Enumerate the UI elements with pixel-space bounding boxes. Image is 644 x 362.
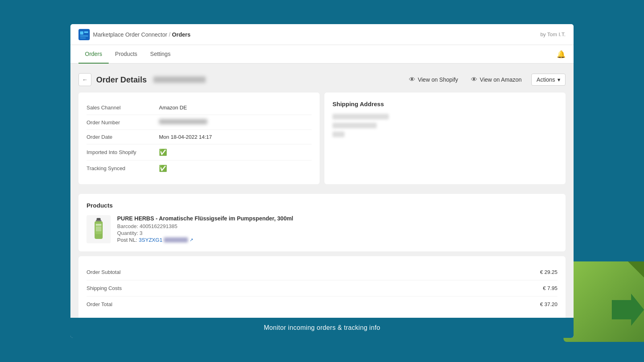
order-date-label: Order Date — [87, 134, 159, 140]
app-logo — [78, 29, 90, 40]
total-row: Order Total € 37.20 — [87, 296, 557, 312]
actions-button[interactable]: Actions ▾ — [531, 74, 566, 86]
quantity-value: 3 — [140, 230, 142, 236]
order-totals-card: Order Subtotal € 29.25 Shipping Costs € … — [78, 256, 566, 318]
amazon-icon: 👁 — [471, 76, 477, 83]
tracking-row: Tracking Synced ✅ — [87, 160, 312, 176]
addr-line-2 — [332, 123, 377, 128]
nav-tabs: Orders Products Settings 🔔 — [70, 45, 574, 64]
products-card: Products PURE HERBS - Aromatische Flüssi… — [78, 194, 566, 251]
imported-row: Imported Into Shopify ✅ — [87, 144, 312, 160]
tab-orders[interactable]: Orders — [78, 45, 109, 64]
order-totals: Order Subtotal € 29.25 Shipping Costs € … — [87, 264, 557, 312]
page-header-left: ← Order Details — [78, 73, 206, 86]
svg-rect-1 — [80, 31, 83, 35]
page-title-text: Order Details — [96, 75, 147, 84]
back-button[interactable]: ← — [78, 73, 91, 86]
footer-text: Monitor incoming orders & tracking info — [264, 324, 380, 331]
by-label: by Tom I.T. — [540, 31, 566, 37]
svg-rect-6 — [96, 220, 101, 221]
view-amazon-label: View on Amazon — [480, 76, 522, 83]
breadcrumb-current: Orders — [172, 31, 190, 38]
tracking-label: Tracking Synced — [87, 165, 159, 171]
sales-channel-value: Amazon DE — [159, 105, 312, 111]
total-label: Order Total — [87, 301, 112, 307]
order-number-row: Order Number — [87, 115, 312, 130]
svg-rect-3 — [80, 35, 88, 37]
products-section-title: Products — [87, 202, 557, 209]
sales-channel-label: Sales Channel — [87, 105, 159, 111]
tracking-value: ✅ — [159, 165, 312, 172]
quantity-label: Quantity: — [117, 230, 138, 236]
svg-rect-2 — [84, 31, 88, 33]
addr-line-3 — [332, 132, 345, 137]
order-date-row: Order Date Mon 18-04-2022 14:17 — [87, 130, 312, 144]
tab-settings[interactable]: Settings — [144, 45, 177, 64]
product-info: PURE HERBS - Aromatische Flüssigseife im… — [117, 215, 557, 243]
top-bar-left: Marketplace Order Connector / Orders — [78, 29, 190, 40]
post-label: Post NL: — [117, 237, 137, 243]
subtotal-value: € 29.25 — [540, 269, 557, 275]
tracking-blur — [164, 237, 188, 243]
view-shopify-label: View on Shopify — [418, 76, 458, 83]
product-name: PURE HERBS - Aromatische Flüssigseife im… — [117, 215, 557, 222]
page-header-right: 👁 View on Shopify 👁 View on Amazon Actio… — [406, 74, 566, 86]
page-header: ← Order Details 👁 View on Shopify 👁 View… — [78, 73, 566, 86]
subtotal-label: Order Subtotal — [87, 269, 121, 275]
tab-settings-label: Settings — [150, 51, 171, 57]
order-number-label: Order Number — [87, 119, 159, 125]
page-content: ← Order Details 👁 View on Shopify 👁 View… — [70, 64, 574, 318]
imported-check-icon: ✅ — [159, 149, 167, 156]
tab-orders-label: Orders — [85, 51, 102, 57]
total-value: € 37.20 — [540, 301, 557, 307]
breadcrumb-sep: / — [169, 31, 170, 38]
view-shopify-button[interactable]: 👁 View on Shopify — [406, 74, 461, 85]
page-title: Order Details — [96, 75, 206, 84]
sales-channel-row: Sales Channel Amazon DE — [87, 101, 312, 115]
shipping-cost-row: Shipping Costs € 7.95 — [87, 280, 557, 296]
app-window: Marketplace Order Connector / Orders by … — [70, 24, 574, 338]
order-info-table: Sales Channel Amazon DE Order Number Ord… — [87, 101, 312, 176]
tracking-check-icon: ✅ — [159, 165, 167, 172]
footer-bar: Monitor incoming orders & tracking info — [70, 318, 574, 338]
order-info-card: Sales Channel Amazon DE Order Number Ord… — [78, 93, 320, 184]
actions-label: Actions — [537, 76, 555, 83]
product-quantity: Quantity: 3 — [117, 230, 557, 236]
order-date-value: Mon 18-04-2022 14:17 — [159, 134, 312, 140]
product-item: PURE HERBS - Aromatische Flüssigseife im… — [87, 215, 557, 243]
tab-products-label: Products — [115, 51, 137, 57]
shopify-icon: 👁 — [409, 76, 415, 83]
top-bar: Marketplace Order Connector / Orders by … — [70, 24, 574, 45]
order-number-blurred — [153, 76, 206, 83]
tab-products[interactable]: Products — [109, 45, 144, 64]
product-tracking: Post NL: 3SYZXG1 ↗ — [117, 237, 557, 243]
barcode-value: 4005162291385 — [140, 223, 178, 229]
product-image — [87, 215, 111, 243]
imported-value: ✅ — [159, 148, 312, 156]
actions-chevron-icon: ▾ — [557, 76, 560, 83]
shipping-address-title: Shipping Address — [332, 101, 557, 107]
subtotal-row: Order Subtotal € 29.25 — [87, 264, 557, 280]
view-amazon-button[interactable]: 👁 View on Amazon — [468, 74, 525, 85]
external-link-icon: ↗ — [190, 237, 193, 243]
card-fold — [628, 261, 644, 278]
tracking-link[interactable]: 3SYZXG1 — [139, 237, 163, 243]
product-barcode: Barcode: 4005162291385 — [117, 223, 557, 229]
breadcrumb-app: Marketplace Order Connector — [93, 31, 167, 38]
svg-rect-4 — [80, 37, 86, 39]
order-shipping-grid: Sales Channel Amazon DE Order Number Ord… — [78, 93, 566, 189]
barcode-label: Barcode: — [117, 223, 138, 229]
imported-label: Imported Into Shopify — [87, 149, 159, 155]
shipping-cost-value: € 7.95 — [543, 285, 557, 291]
svg-rect-9 — [96, 224, 101, 226]
addr-line-1 — [332, 114, 389, 119]
shipping-cost-label: Shipping Costs — [87, 285, 122, 291]
bell-icon[interactable]: 🔔 — [557, 50, 566, 59]
order-num-blurred — [159, 119, 207, 124]
breadcrumb: Marketplace Order Connector / Orders — [93, 31, 190, 38]
shipping-address-card: Shipping Address — [324, 93, 566, 184]
svg-rect-10 — [96, 226, 101, 231]
order-number-value — [159, 119, 312, 125]
